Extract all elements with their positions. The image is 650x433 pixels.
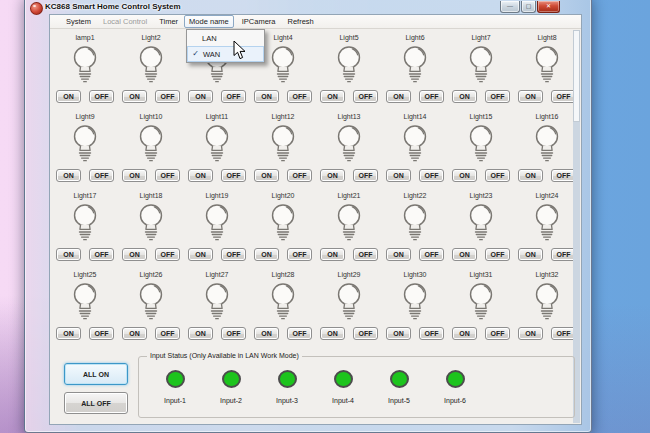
on-button[interactable]: ON: [122, 90, 147, 103]
on-button[interactable]: ON: [518, 248, 543, 261]
minimize-button[interactable]: —: [500, 1, 520, 13]
on-button[interactable]: ON: [452, 248, 477, 261]
all-on-button[interactable]: ALL ON: [64, 363, 128, 385]
light-label: Light32: [536, 270, 559, 280]
light-bulb-icon: [134, 43, 168, 88]
off-button[interactable]: OFF: [287, 169, 312, 182]
on-button[interactable]: ON: [320, 169, 345, 182]
light-label: Light28: [272, 270, 295, 280]
off-button[interactable]: OFF: [419, 248, 444, 261]
off-button[interactable]: OFF: [155, 90, 180, 103]
off-button[interactable]: OFF: [89, 169, 114, 182]
light-cell-light29: Light29 ON OFF: [316, 270, 382, 340]
off-button[interactable]: OFF: [485, 90, 510, 103]
on-button[interactable]: ON: [452, 327, 477, 340]
close-button[interactable]: ✕: [537, 1, 560, 13]
light-bulb-icon: [332, 201, 366, 246]
on-button[interactable]: ON: [452, 90, 477, 103]
menu-item-ipcamera[interactable]: IPCamera: [238, 16, 280, 27]
on-button[interactable]: ON: [56, 169, 81, 182]
menu-item-timer[interactable]: Timer: [155, 16, 182, 27]
on-button[interactable]: ON: [122, 169, 147, 182]
off-button[interactable]: OFF: [353, 248, 378, 261]
off-button[interactable]: OFF: [287, 90, 312, 103]
light-bulb-icon: [332, 280, 366, 325]
light-cell-light30: Light30 ON OFF: [382, 270, 448, 340]
off-button[interactable]: OFF: [221, 327, 246, 340]
off-button[interactable]: OFF: [287, 327, 312, 340]
on-button[interactable]: ON: [56, 327, 81, 340]
on-button[interactable]: ON: [518, 327, 543, 340]
on-button[interactable]: ON: [386, 169, 411, 182]
mode-menu-item-wan[interactable]: ✓ WAN: [187, 46, 264, 62]
light-label: Light27: [206, 270, 229, 280]
on-button[interactable]: ON: [188, 327, 213, 340]
light-cell-light10: Light10 ON OFF: [118, 112, 184, 182]
off-button[interactable]: OFF: [353, 327, 378, 340]
off-button[interactable]: OFF: [221, 90, 246, 103]
on-button[interactable]: ON: [188, 90, 213, 103]
on-button[interactable]: ON: [254, 169, 279, 182]
client-area: System Local Control Timer Mode name IPC…: [49, 14, 582, 425]
off-button[interactable]: OFF: [89, 248, 114, 261]
on-button[interactable]: ON: [386, 327, 411, 340]
mode-menu-item-lan[interactable]: LAN: [187, 30, 264, 46]
light-cell-light22: Light22 ON OFF: [382, 191, 448, 261]
off-button[interactable]: OFF: [419, 90, 444, 103]
light-cell-light20: Light20 ON OFF: [250, 191, 316, 261]
scrollbar-thumb[interactable]: [573, 30, 580, 122]
off-button[interactable]: OFF: [485, 169, 510, 182]
input-status-lamp: [278, 370, 297, 388]
light-bulb-icon: [464, 43, 498, 88]
off-button[interactable]: OFF: [419, 327, 444, 340]
off-button[interactable]: OFF: [221, 248, 246, 261]
on-button[interactable]: ON: [56, 90, 81, 103]
light-cell-light32: Light32 ON OFF: [514, 270, 580, 340]
on-button[interactable]: ON: [320, 248, 345, 261]
light-cell-light28: Light28 ON OFF: [250, 270, 316, 340]
on-button[interactable]: ON: [386, 90, 411, 103]
on-button[interactable]: ON: [254, 90, 279, 103]
off-button[interactable]: OFF: [485, 248, 510, 261]
on-button[interactable]: ON: [122, 327, 147, 340]
on-button[interactable]: ON: [452, 169, 477, 182]
off-button[interactable]: OFF: [353, 169, 378, 182]
menu-item-refresh[interactable]: Refresh: [283, 16, 317, 27]
on-button[interactable]: ON: [320, 327, 345, 340]
on-button[interactable]: ON: [122, 248, 147, 261]
light-label: Light6: [405, 33, 424, 43]
off-button[interactable]: OFF: [485, 327, 510, 340]
light-label: Light5: [339, 33, 358, 43]
on-button[interactable]: ON: [188, 169, 213, 182]
on-button[interactable]: ON: [254, 248, 279, 261]
menu-item-system[interactable]: System: [62, 16, 95, 27]
on-button[interactable]: ON: [56, 248, 81, 261]
menu-item-mode-name[interactable]: Mode name: [184, 15, 234, 28]
light-bulb-icon: [266, 122, 300, 167]
menu-item-local-control[interactable]: Local Control: [99, 16, 151, 27]
off-button[interactable]: OFF: [89, 90, 114, 103]
off-button[interactable]: OFF: [419, 169, 444, 182]
on-button[interactable]: ON: [254, 327, 279, 340]
off-button[interactable]: OFF: [353, 90, 378, 103]
all-off-button[interactable]: ALL OFF: [64, 392, 128, 414]
light-cell-light11: Light11 ON OFF: [184, 112, 250, 182]
light-cell-light31: Light31 ON OFF: [448, 270, 514, 340]
checkmark-icon: ✓: [188, 47, 203, 61]
input-status-item: Input-2: [203, 370, 259, 404]
off-button[interactable]: OFF: [155, 327, 180, 340]
on-button[interactable]: ON: [320, 90, 345, 103]
off-button[interactable]: OFF: [221, 169, 246, 182]
light-label: Light7: [471, 33, 490, 43]
on-button[interactable]: ON: [188, 248, 213, 261]
on-button[interactable]: ON: [386, 248, 411, 261]
on-button[interactable]: ON: [518, 169, 543, 182]
lights-grid: lamp1 ON OFF Light2 ON OFF: [52, 33, 580, 340]
title-bar[interactable]: KC868 Smart Home Control System — ▢ ✕: [25, 1, 591, 14]
off-button[interactable]: OFF: [287, 248, 312, 261]
on-button[interactable]: ON: [518, 90, 543, 103]
maximize-button[interactable]: ▢: [521, 1, 536, 13]
off-button[interactable]: OFF: [89, 327, 114, 340]
off-button[interactable]: OFF: [155, 248, 180, 261]
off-button[interactable]: OFF: [155, 169, 180, 182]
